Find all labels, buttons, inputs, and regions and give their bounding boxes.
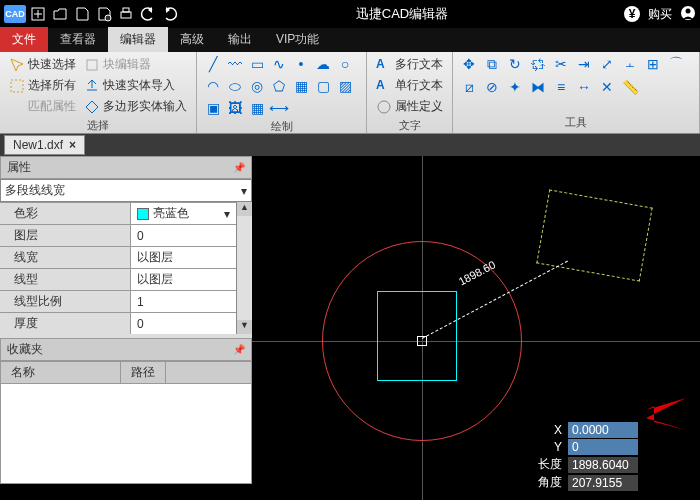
col-name[interactable]: 名称 — [1, 362, 121, 383]
revcloud-icon[interactable]: ☁ — [313, 54, 333, 74]
wipeout-icon[interactable]: ▨ — [335, 76, 355, 96]
mtext-button[interactable]: A多行文本 — [373, 54, 446, 75]
chevron-down-icon: ▾ — [224, 207, 230, 221]
quick-select-button[interactable]: 快速选择 — [6, 54, 79, 75]
stretch-icon[interactable]: ↔ — [574, 77, 594, 97]
rotate-icon[interactable]: ↻ — [505, 54, 525, 74]
offset-icon[interactable]: ⫠ — [620, 54, 640, 74]
block-editor-button: 块编辑器 — [81, 54, 190, 75]
ribbon-group-tools: ✥ ⧉ ↻ ⮔ ✂ ⇥ ⤢ ⫠ ⊞ ⌒ ⧄ ⊘ ✦ ⧓ ≡ ↔ ✕ 📏 工具 — [453, 52, 700, 133]
donut-icon[interactable]: ◎ — [247, 76, 267, 96]
join-icon[interactable]: ⧓ — [528, 77, 548, 97]
pin-icon[interactable]: 📌 — [233, 344, 245, 355]
align-icon[interactable]: ≡ — [551, 77, 571, 97]
measure-icon[interactable]: 📏 — [620, 77, 640, 97]
entity-import-button[interactable]: 快速实体导入 — [81, 75, 190, 96]
match-props-button: 匹配属性 — [6, 96, 79, 117]
color-swatch — [137, 208, 149, 220]
prop-row-linetype: 线型以图层 — [0, 268, 236, 290]
coordinate-readout: X0.0000 Y0 长度1898.6040 角度207.9155 — [532, 421, 638, 492]
hatch-icon[interactable]: ▦ — [291, 76, 311, 96]
coord-length-value[interactable]: 1898.6040 — [568, 457, 638, 473]
extend-icon[interactable]: ⇥ — [574, 54, 594, 74]
properties-title: 属性 — [7, 159, 31, 176]
tab-vip[interactable]: VIP功能 — [264, 27, 331, 52]
app-title: 迅捷CAD编辑器 — [180, 5, 624, 23]
svg-rect-5 — [123, 8, 129, 12]
col-path[interactable]: 路径 — [121, 362, 166, 383]
spline-icon[interactable]: ∿ — [269, 54, 289, 74]
favorites-panel: 收藏夹📌 名称 路径 — [0, 338, 252, 484]
saveas-icon[interactable] — [94, 4, 114, 24]
scale-icon[interactable]: ⤢ — [597, 54, 617, 74]
coord-angle-value[interactable]: 207.9155 — [568, 475, 638, 491]
array-icon[interactable]: ⊞ — [643, 54, 663, 74]
dim-icon[interactable]: ⟷ — [269, 98, 289, 118]
pin-icon[interactable]: 📌 — [233, 162, 245, 173]
rect-icon[interactable]: ▭ — [247, 54, 267, 74]
user-icon[interactable] — [680, 5, 696, 24]
scrollbar[interactable]: ▲▼ — [236, 202, 252, 334]
select-all-button[interactable]: 选择所有 — [6, 75, 79, 96]
arc-icon[interactable]: ◠ — [203, 76, 223, 96]
prop-row-color: 色彩亮蓝色▾ — [0, 202, 236, 224]
ellipse-icon[interactable]: ⬭ — [225, 76, 245, 96]
insert-icon[interactable]: ▣ — [203, 98, 223, 118]
open-icon[interactable] — [50, 4, 70, 24]
tab-output[interactable]: 输出 — [216, 27, 264, 52]
buy-link[interactable]: 购买 — [648, 6, 672, 23]
attdef-button[interactable]: 属性定义 — [373, 96, 446, 117]
copy-icon[interactable]: ⧉ — [482, 54, 502, 74]
coord-y-label: Y — [532, 440, 562, 454]
polyline-icon[interactable]: 〰 — [225, 54, 245, 74]
tab-file[interactable]: 文件 — [0, 27, 48, 52]
coord-x-value[interactable]: 0.0000 — [568, 422, 638, 438]
mirror-icon[interactable]: ⮔ — [528, 54, 548, 74]
erase-icon[interactable]: ✕ — [597, 77, 617, 97]
break-icon[interactable]: ⊘ — [482, 77, 502, 97]
polygon-icon[interactable]: ⬠ — [269, 76, 289, 96]
entity-rectangle[interactable] — [377, 291, 457, 381]
polygon-input-button[interactable]: 多边形实体输入 — [81, 96, 190, 117]
close-tab-icon[interactable]: × — [69, 138, 76, 152]
coord-length-label: 长度 — [532, 456, 562, 473]
properties-header: 属性 📌 — [0, 156, 252, 179]
table-icon[interactable]: ▦ — [247, 98, 267, 118]
properties-panel: 属性 📌 多段线线宽▾ 色彩亮蓝色▾ 图层0 线宽以图层 线型以图层 线型比例1… — [0, 156, 252, 484]
chamfer-icon[interactable]: ⧄ — [459, 77, 479, 97]
currency-icon[interactable]: ¥ — [624, 6, 640, 22]
ribbon-group-text: A多行文本 A单行文本 属性定义 文字 — [367, 52, 453, 133]
property-filter-combo[interactable]: 多段线线宽▾ — [0, 179, 252, 202]
ribbon-group-draw: ╱ 〰 ▭ ∿ • ☁ ○ ◠ ⬭ ◎ ⬠ ▦ ▢ ▨ ▣ 🖼 ▦ ⟷ 绘制 — [197, 52, 367, 133]
group-label-text: 文字 — [373, 117, 446, 134]
fillet-icon[interactable]: ⌒ — [666, 54, 686, 74]
move-icon[interactable]: ✥ — [459, 54, 479, 74]
tab-editor[interactable]: 编辑器 — [108, 27, 168, 52]
favorites-title: 收藏夹 — [7, 341, 43, 358]
explode-icon[interactable]: ✦ — [505, 77, 525, 97]
line-icon[interactable]: ╱ — [203, 54, 223, 74]
tab-viewer[interactable]: 查看器 — [48, 27, 108, 52]
svg-point-7 — [686, 8, 691, 13]
image-icon[interactable]: 🖼 — [225, 98, 245, 118]
chevron-down-icon: ▾ — [241, 184, 247, 198]
ribbon-tabs: 文件 查看器 编辑器 高级 输出 VIP功能 — [0, 28, 700, 52]
trim-icon[interactable]: ✂ — [551, 54, 571, 74]
save-icon[interactable] — [72, 4, 92, 24]
document-tabs: New1.dxf × — [0, 134, 700, 156]
point-icon[interactable]: • — [291, 54, 311, 74]
tab-advanced[interactable]: 高级 — [168, 27, 216, 52]
document-tab[interactable]: New1.dxf × — [4, 135, 85, 155]
redo-icon[interactable] — [160, 4, 180, 24]
undo-icon[interactable] — [138, 4, 158, 24]
title-bar: CAD 迅捷CAD编辑器 ¥ 购买 — [0, 0, 700, 28]
new-icon[interactable] — [28, 4, 48, 24]
document-name: New1.dxf — [13, 138, 63, 152]
coord-y-value[interactable]: 0 — [568, 439, 638, 455]
text-button[interactable]: A单行文本 — [373, 75, 446, 96]
region-icon[interactable]: ▢ — [313, 76, 333, 96]
print-icon[interactable] — [116, 4, 136, 24]
drawing-canvas[interactable]: 1898.60 X0.0000 Y0 长度1898.6040 角度207.915… — [252, 156, 700, 500]
quick-access-toolbar: CAD — [4, 4, 180, 24]
circle-icon[interactable]: ○ — [335, 54, 355, 74]
